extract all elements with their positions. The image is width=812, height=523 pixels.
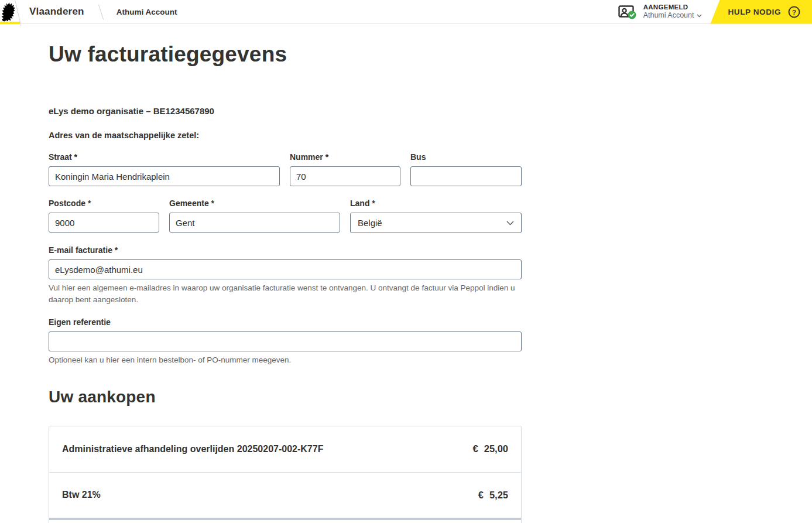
nummer-label: Nummer * [290, 152, 400, 162]
address-heading: Adres van de maatschappelijke zetel: [49, 131, 522, 140]
field-gemeente: Gemeente * [169, 199, 340, 233]
svg-text:?: ? [792, 8, 796, 15]
purchases-title: Uw aankopen [49, 388, 522, 406]
help-label: HULP NODIG [728, 8, 781, 16]
land-select[interactable]: België [350, 213, 522, 233]
gemeente-input[interactable] [169, 213, 340, 233]
logo-yellow-bar [0, 22, 20, 24]
amount-value: 5,25 [489, 490, 508, 501]
form-row-street: Straat * Nummer * Bus [49, 152, 522, 186]
vlaanderen-lion-icon [1, 2, 15, 22]
purchase-item-amount: € 5,25 [478, 490, 508, 501]
purchase-item-label: Administratieve afhandeling overlijden 2… [62, 444, 323, 454]
currency-symbol: € [473, 443, 478, 454]
land-selected-value: België [358, 218, 382, 228]
breadcrumb[interactable]: Athumi Account [117, 8, 177, 16]
table-row: Administratieve afhandeling overlijden 2… [49, 426, 521, 472]
brand-title[interactable]: Vlaanderen [29, 6, 84, 18]
account-name: Athumi Account [643, 11, 703, 20]
table-row [49, 520, 521, 523]
field-referentie: Eigen referentie Optioneel kan u hier ee… [49, 317, 522, 366]
page-title: Uw facturatiegegevens [49, 42, 522, 67]
purchases-table: Administratieve afhandeling overlijden 2… [49, 426, 522, 523]
chevron-down-icon [506, 221, 514, 225]
postcode-label: Postcode * [49, 199, 159, 208]
help-button[interactable]: HULP NODIG ? [710, 0, 812, 24]
straat-label: Straat * [49, 152, 280, 162]
field-land: Land * België [350, 199, 522, 233]
account-menu[interactable]: AANGEMELD Athumi Account [618, 3, 703, 20]
account-texts: AANGEMELD Athumi Account [643, 3, 703, 20]
organisation-line: eLys demo organisatie – BE1234567890 [49, 106, 522, 116]
question-mark-icon: ? [788, 6, 800, 18]
nummer-input[interactable] [290, 166, 400, 186]
field-email: E-mail facturatie * Vul hier een algemee… [49, 245, 522, 305]
email-label: E-mail facturatie * [49, 245, 522, 255]
email-helper-text: Vul hier een algemeen e-mailadres in waa… [49, 282, 522, 305]
field-straat: Straat * [49, 152, 280, 186]
referentie-input[interactable] [49, 331, 522, 351]
referentie-helper-text: Optioneel kan u hier een intern bestelbo… [49, 354, 522, 366]
bus-label: Bus [410, 152, 522, 162]
purchase-item-label: Btw 21% [62, 490, 101, 500]
bus-input[interactable] [410, 166, 522, 186]
field-postcode: Postcode * [49, 199, 159, 233]
account-card-icon [618, 4, 638, 20]
form-row-email: E-mail facturatie * Vul hier een algemee… [49, 245, 522, 305]
land-label: Land * [350, 199, 522, 208]
field-bus: Bus [410, 152, 522, 186]
form-row-city: Postcode * Gemeente * Land * België [49, 199, 522, 233]
straat-input[interactable] [49, 166, 280, 186]
table-row: Btw 21% € 5,25 [49, 472, 521, 518]
field-nummer: Nummer * [290, 152, 400, 186]
site-header: Vlaanderen Athumi Account AANGEMELD Athu… [0, 0, 812, 24]
breadcrumb-separator [98, 4, 104, 19]
email-input[interactable] [49, 259, 522, 279]
amount-value: 25,00 [484, 443, 508, 454]
chevron-down-icon [697, 14, 702, 18]
currency-symbol: € [478, 490, 484, 501]
gemeente-label: Gemeente * [169, 199, 340, 208]
form-row-referentie: Eigen referentie Optioneel kan u hier ee… [49, 317, 522, 366]
vlaanderen-logo[interactable] [0, 0, 27, 24]
account-status: AANGEMELD [643, 3, 703, 11]
purchase-item-amount: € 25,00 [473, 443, 508, 454]
main-content: Uw facturatiegegevens eLys demo organisa… [0, 42, 522, 523]
postcode-input[interactable] [49, 213, 159, 233]
billing-form: Straat * Nummer * Bus Postcode * Gemeent… [49, 152, 522, 366]
referentie-label: Eigen referentie [49, 317, 522, 327]
